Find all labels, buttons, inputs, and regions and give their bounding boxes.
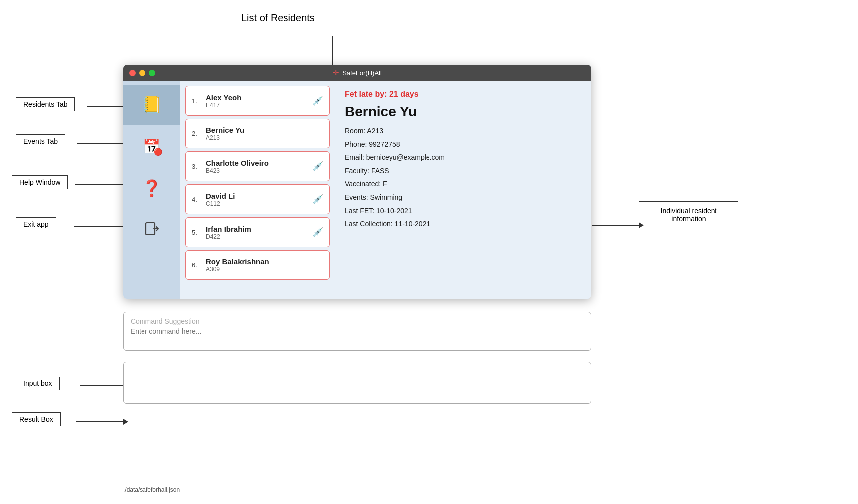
detail-last-fet: Last FET: 10-10-2021 [345, 206, 581, 216]
input-box-label: Input box [16, 377, 60, 390]
resident-info-6: Roy Balakrishnan A309 [206, 257, 323, 273]
vaccine-icon-5: 💉 [312, 227, 323, 238]
resident-number-6: 6. [192, 261, 202, 269]
resident-room-6: A309 [206, 266, 323, 273]
help-window-arrow [75, 182, 128, 188]
detail-email: Email: berniceyu@example.com [345, 153, 581, 163]
resident-room-3: B423 [206, 167, 312, 174]
resident-room-1: E417 [206, 102, 312, 109]
individual-resident-arrow [592, 222, 644, 228]
resident-number-3: 3. [192, 163, 202, 170]
resident-name-1: Alex Yeoh [206, 93, 312, 102]
resident-room-2: A213 [206, 134, 323, 141]
list-of-residents-annotation: List of Residents [231, 8, 325, 28]
list-of-residents-label: List of Residents [241, 12, 315, 23]
resident-number-4: 4. [192, 196, 202, 203]
help-window-label: Help Window [12, 175, 68, 189]
detail-panel: Fet late by: 21 days Bernice Yu Room: A2… [335, 81, 591, 299]
detail-resident-name: Bernice Yu [345, 104, 581, 120]
detail-faculty: Faculty: FASS [345, 166, 581, 176]
resident-number-2: 2. [192, 130, 202, 137]
sidebar-item-exit[interactable] [123, 210, 180, 250]
title-bar: ✛ SafeFor(H)All [123, 65, 591, 81]
exit-app-arrow [74, 224, 128, 230]
resident-name-2: Bernice Yu [206, 126, 323, 134]
residents-panel: 1. Alex Yeoh E417 💉 2. Bernice Yu A213 3… [180, 81, 335, 299]
individual-resident-annotation: Individual resident information [639, 201, 738, 228]
detail-vaccinated: Vaccinated: F [345, 179, 581, 189]
resident-name-5: Irfan Ibrahim [206, 225, 312, 233]
resident-room-4: C112 [206, 200, 312, 207]
sidebar: 📒 📅 🔴 ❓ [123, 81, 180, 299]
command-box: Command Suggestion [123, 312, 591, 351]
detail-phone: Phone: 99272758 [345, 140, 581, 150]
resident-item-2[interactable]: 2. Bernice Yu A213 [185, 119, 330, 148]
vaccine-icon-1: 💉 [312, 95, 323, 106]
help-icon: ❓ [142, 179, 162, 198]
resident-number-1: 1. [192, 97, 202, 105]
events-tab-label: Events Tab [16, 134, 65, 148]
residents-icon: 📒 [142, 95, 162, 114]
detail-events: Events: Swimming [345, 193, 581, 203]
resident-item-1[interactable]: 1. Alex Yeoh E417 💉 [185, 86, 330, 116]
resident-room-5: D422 [206, 233, 312, 240]
command-input[interactable] [131, 327, 584, 335]
resident-item-6[interactable]: 6. Roy Balakrishnan A309 [185, 250, 330, 280]
input-box-arrow [80, 383, 128, 389]
minimize-button[interactable] [139, 70, 145, 76]
fet-alert: Fet late by: 21 days [345, 90, 581, 99]
residents-tab-arrow [87, 104, 128, 110]
result-box-arrow [76, 419, 128, 425]
title-cross-icon: ✛ [333, 68, 339, 77]
residents-tab-label: Residents Tab [16, 97, 75, 111]
resident-info-5: Irfan Ibrahim D422 [206, 225, 312, 240]
resident-name-6: Roy Balakrishnan [206, 257, 323, 266]
resident-name-3: Charlotte Oliveiro [206, 159, 312, 167]
detail-last-collection: Last Collection: 11-10-2021 [345, 219, 581, 229]
resident-item-5[interactable]: 5. Irfan Ibrahim D422 💉 [185, 217, 330, 247]
app-title: ✛ SafeFor(H)All [333, 68, 382, 77]
close-button[interactable] [129, 70, 136, 76]
input-section: Command Suggestion [123, 312, 591, 351]
events-icon: 📅 🔴 [143, 138, 160, 155]
app-window: ✛ SafeFor(H)All 📒 📅 🔴 ❓ [123, 65, 591, 299]
result-box [123, 362, 591, 404]
resident-item-4[interactable]: 4. David Li C112 💉 [185, 184, 330, 214]
sidebar-item-residents[interactable]: 📒 [123, 85, 180, 125]
lor-arrow [332, 36, 333, 66]
command-suggestion: Command Suggestion [131, 317, 584, 325]
resident-item-3[interactable]: 3. Charlotte Oliveiro B423 💉 [185, 151, 330, 181]
maximize-button[interactable] [149, 70, 155, 76]
detail-room: Room: A213 [345, 126, 581, 136]
vaccine-icon-4: 💉 [312, 194, 323, 205]
resident-info-2: Bernice Yu A213 [206, 126, 323, 141]
sidebar-item-events[interactable]: 📅 🔴 [123, 126, 180, 166]
app-body: 📒 📅 🔴 ❓ [123, 81, 591, 299]
events-tab-arrow [77, 141, 128, 147]
sidebar-item-help[interactable]: ❓ [123, 168, 180, 208]
resident-number-5: 5. [192, 229, 202, 236]
resident-info-4: David Li C112 [206, 192, 312, 207]
resident-info-1: Alex Yeoh E417 [206, 93, 312, 109]
resident-info-3: Charlotte Oliveiro B423 [206, 159, 312, 174]
footer-path: ./data/safeforhall.json [123, 486, 180, 493]
result-box-label: Result Box [12, 412, 61, 426]
resident-name-4: David Li [206, 192, 312, 200]
exit-icon [144, 221, 160, 240]
vaccine-icon-3: 💉 [312, 161, 323, 172]
exit-app-label: Exit app [16, 217, 56, 231]
